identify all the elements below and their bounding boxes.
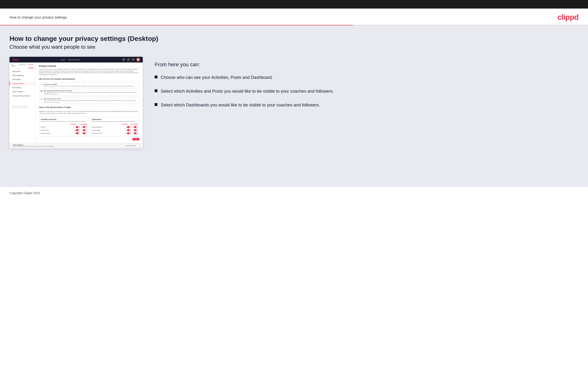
dashboards-panel-title: Dashboards	[92, 118, 138, 120]
right-col: From here you can: Choose who can see yo…	[155, 57, 579, 108]
chevron-icon: ›	[33, 83, 33, 84]
manual-followers-toggle[interactable]: ON	[81, 132, 86, 134]
privacy-controls-title: Privacy Controls	[39, 65, 139, 67]
sidebar-item-my-account[interactable]: My Account ›	[9, 69, 35, 73]
show-hide-section: Show or hide specific features in Clippd…	[39, 106, 139, 140]
followers-col-label: FOLLOWERS	[79, 124, 86, 125]
sidebar-item-service-privacy[interactable]: Service & Privacy Policy ↗	[9, 94, 35, 98]
version-info: Clippd Client Version: 2022.8.2SQL Serve…	[9, 104, 35, 110]
player-dashboard-label: Player Dashboard	[92, 126, 102, 128]
manual-activities-label: Manual Activities	[41, 133, 51, 134]
avatar	[137, 58, 140, 61]
option-followers-desc: Only approved followers and coaches you …	[43, 92, 138, 95]
bullet-marker-1	[155, 75, 157, 78]
manual-coaches-toggle[interactable]: ON	[74, 132, 80, 134]
what-to-work-on-label: What To Work On	[92, 133, 102, 134]
sidebar-item-subscription[interactable]: Subscription ›	[9, 77, 35, 82]
content-subtitle: Choose what you want people to see	[9, 44, 579, 50]
dashboards-panel-desc: Select the types of activity that you'd …	[92, 121, 138, 122]
top-bar	[0, 0, 588, 8]
activities-table-header: COACHES FOLLOWERS	[41, 124, 86, 125]
sidebar-item-help-support[interactable]: Help & Support ↗	[9, 90, 35, 94]
mockup-body: My Profile Connections Settings My Accou…	[9, 62, 143, 143]
settings-icon	[132, 58, 135, 61]
sidebar-item-my-golf-bag[interactable]: My Golf Bag ›	[9, 85, 35, 90]
grid-icon	[127, 58, 130, 61]
privacy-controls-desc: Control how you and your data appears to…	[39, 68, 139, 76]
mockup-nav-links: Home My Performance	[61, 59, 80, 61]
player-dashboard-row: Player Dashboard ON ON	[92, 126, 138, 129]
tab-settings[interactable]: Settings	[28, 64, 34, 68]
bullet-list: Choose who can see your Activities, Post…	[155, 74, 579, 108]
mockup-help-bar: Help & Support Visit our Clippd communit…	[9, 143, 143, 149]
bullet-marker-2	[155, 89, 157, 92]
content-header: How to change your privacy settings (Des…	[9, 35, 579, 50]
search-icon	[122, 58, 125, 61]
tab-my-profile[interactable]: My Profile	[11, 64, 17, 68]
dash-coaches-col: COACHES	[121, 124, 128, 125]
main-content: How to change your privacy settings (Des…	[0, 25, 588, 187]
manual-activities-row: Manual Activities ON ON	[41, 132, 86, 135]
option-everyone[interactable]: Everyone on Clippd Everyone on Clippd ca…	[39, 83, 139, 88]
rounds-coaches-toggle[interactable]: ON	[74, 126, 80, 128]
activities-panel: Activities and Posts Select the types of…	[39, 117, 88, 137]
bullet-item-1: Choose who can see your Activities, Post…	[155, 74, 579, 81]
sidebar-item-privacy-controls[interactable]: Privacy Controls ›	[9, 82, 35, 85]
mockup-sidebar-items: My Account › Data Integrations › Subscri…	[9, 68, 35, 99]
app-mockup: clippd Home My Performance My Profil	[9, 57, 143, 149]
bullet-marker-3	[155, 103, 157, 106]
who-can-see-title: Who Can See Your Activities and Dashboar…	[39, 78, 139, 81]
radio-everyone	[41, 84, 42, 85]
dash-followers-col: FOLLOWERS	[130, 124, 138, 125]
page-title: How to change your privacy settings	[9, 15, 67, 19]
activities-panel-title: Activities and Posts	[41, 118, 86, 120]
what-coaches-toggle[interactable]: ON	[125, 132, 131, 134]
logo: clippd	[558, 13, 579, 22]
option-everyone-desc: Everyone on Clippd can search for you an…	[43, 85, 138, 87]
chevron-icon: ›	[33, 87, 33, 88]
mockup-sidebar: My Profile Connections Settings My Accou…	[9, 62, 36, 143]
chevron-icon: ›	[33, 79, 33, 80]
option-followers[interactable]: Only Approved Followers and Your Coach O…	[39, 89, 139, 96]
tab-connections[interactable]: Connections	[18, 64, 26, 68]
bullet-item-2: Select which Activities and Posts you wo…	[155, 88, 579, 94]
practice-drills-label: Practice Drills	[41, 129, 49, 131]
visit-community-button[interactable]: Visit Our Community ↗	[123, 144, 139, 147]
what-followers-toggle[interactable]: ON	[132, 132, 138, 134]
option-only-you[interactable]: Only You and Your Coach Only you and the…	[39, 97, 139, 104]
practice-coaches-toggle[interactable]: ON	[74, 129, 80, 131]
practice-drills-row: Practice Drills ON ON	[41, 129, 86, 132]
mockup-main-panel: Privacy Controls Control how you and you…	[36, 62, 143, 143]
footer-text: Copyright Clippd 2022	[9, 191, 40, 195]
option-followers-label: Only Approved Followers and Your Coach	[43, 90, 138, 92]
visibility-options: Everyone on Clippd Everyone on Clippd ca…	[39, 83, 139, 104]
bullet-text-1: Choose who can see your Activities, Post…	[161, 74, 273, 81]
round-insights-label: Round Insights	[92, 129, 101, 131]
round-insights-row: Round Insights ON ON	[92, 129, 138, 132]
rounds-followers-toggle[interactable]: ON	[81, 126, 86, 128]
nav-home: Home	[61, 59, 65, 61]
save-row: Save	[39, 138, 139, 140]
dashboards-table-header: COACHES FOLLOWERS	[92, 124, 138, 125]
bullet-item-3: Select which Dashboards you would like t…	[155, 102, 579, 108]
round-insights-followers-toggle[interactable]: ON	[132, 129, 138, 131]
show-hide-desc: Regardless of the privacy controls that …	[39, 111, 139, 114]
from-here-text: From here you can:	[155, 61, 579, 68]
radio-only-you	[41, 98, 42, 100]
show-hide-title: Show or hide specific features in Clippd	[39, 106, 139, 109]
rounds-row: Rounds ON ON	[41, 126, 86, 129]
header: How to change your privacy settings clip…	[0, 8, 588, 25]
sidebar-item-data-integrations[interactable]: Data Integrations ›	[9, 73, 35, 77]
rounds-label: Rounds	[41, 126, 45, 128]
nav-my-performance: My Performance	[68, 59, 80, 61]
practice-followers-toggle[interactable]: ON	[81, 129, 86, 131]
player-dash-coaches-toggle[interactable]: ON	[125, 126, 131, 128]
mockup-logo: clippd	[12, 58, 19, 61]
round-insights-coaches-toggle[interactable]: ON	[125, 129, 131, 131]
save-button[interactable]: Save	[132, 138, 139, 140]
player-dash-followers-toggle[interactable]: ON	[132, 126, 138, 128]
content-title: How to change your privacy settings (Des…	[9, 35, 579, 42]
option-only-you-label: Only You and Your Coach	[43, 98, 138, 100]
activities-panel-desc: Select the types of activity that you'd …	[41, 121, 86, 122]
option-only-you-desc: Only you and the coaches you connect wit…	[43, 100, 138, 103]
